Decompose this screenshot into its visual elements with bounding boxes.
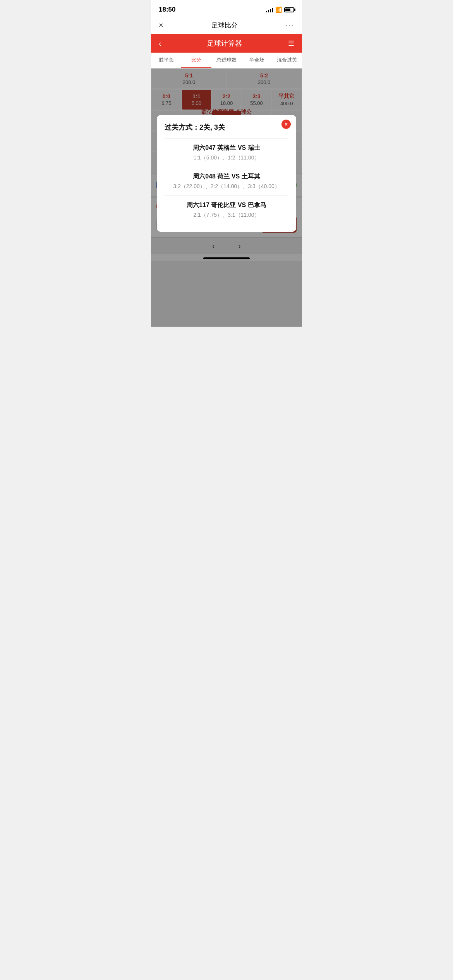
wifi-icon: 📶 (275, 7, 282, 13)
modal-match-1-odds: 1:1（5.00）、1:2（11.00） (165, 154, 288, 161)
modal-match-3: 周六117 哥伦比亚 VS 巴拿马 2:1（7.75）、3:1（11.00） (165, 195, 288, 224)
modal-match-1: 周六047 英格兰 VS 瑞士 1:1（5.00）、1:2（11.00） (165, 138, 288, 167)
modal-match-1-title: 周六047 英格兰 VS 瑞士 (165, 144, 288, 152)
red-header: ‹ 足球计算器 ☰ (151, 34, 302, 53)
battery-icon (284, 7, 294, 12)
nav-title: 足球比分 (211, 21, 238, 30)
status-bar: 18:50 📶 (151, 0, 302, 17)
more-button[interactable]: ··· (285, 21, 294, 30)
modal-match-2-odds: 3:2（22.00）、2:2（14.00）、3:3（40.00） (165, 183, 288, 190)
header-title: 足球计算器 (207, 39, 242, 48)
modal-close-button[interactable]: × (281, 120, 291, 129)
modal-box: × 过关方式：2关, 3关 周六047 英格兰 VS 瑞士 1:1（5.00）、… (157, 115, 296, 232)
tab-total-goals[interactable]: 总进球数 (211, 53, 242, 68)
top-nav: × 足球比分 ··· (151, 17, 302, 34)
modal-match-3-title: 周六117 哥伦比亚 VS 巴拿马 (165, 201, 288, 209)
modal-title: 过关方式：2关, 3关 (165, 123, 288, 132)
status-icons: 📶 (266, 7, 294, 13)
modal-match-2: 周六048 荷兰 VS 土耳其 3:2（22.00）、2:2（14.00）、3:… (165, 167, 288, 195)
status-time: 18:50 (159, 6, 175, 14)
modal-match-2-title: 周六048 荷兰 VS 土耳其 (165, 173, 288, 181)
back-button[interactable]: ‹ (159, 39, 161, 48)
menu-icon[interactable]: ☰ (288, 39, 294, 48)
close-button[interactable]: × (159, 21, 163, 30)
modal-match-3-odds: 2:1（7.75）、3:1（11.00） (165, 212, 288, 219)
tab-half-full[interactable]: 半全场 (242, 53, 272, 68)
tab-score[interactable]: 比分 (181, 53, 211, 68)
tab-combo[interactable]: 混合过关 (272, 53, 302, 68)
signal-icon (266, 7, 273, 12)
tab-win-draw-loss[interactable]: 胜平负 (151, 53, 181, 68)
tab-row: 胜平负 比分 总进球数 半全场 混合过关 (151, 53, 302, 69)
modal-overlay: × 过关方式：2关, 3关 周六047 英格兰 VS 瑞士 1:1（5.00）、… (151, 69, 302, 327)
